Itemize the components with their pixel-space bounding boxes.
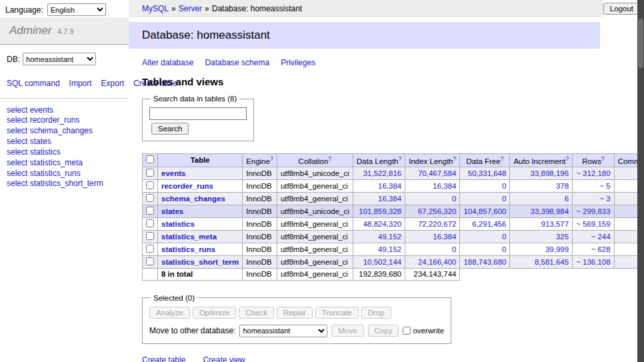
move-button[interactable]: Move xyxy=(331,325,363,337)
data-free-link[interactable]: 0 xyxy=(502,233,506,241)
auto-increment-link[interactable]: 33,898,196 xyxy=(531,169,569,177)
breadcrumb-link-mysql[interactable]: MySQL xyxy=(142,4,169,13)
help-icon[interactable]: ? xyxy=(601,155,605,162)
auto-increment-link[interactable]: 8,581,645 xyxy=(535,258,569,266)
create-view-link[interactable]: Create view xyxy=(203,355,245,362)
database-schema-link[interactable]: Database schema xyxy=(205,58,269,67)
sidebar-action-link[interactable]: Import xyxy=(69,79,92,88)
rows-count-link[interactable]: ~ 136,108 xyxy=(576,258,610,266)
row-checkbox[interactable] xyxy=(146,257,154,265)
row-checkbox[interactable] xyxy=(146,219,154,227)
scrollbar[interactable] xyxy=(637,0,644,362)
move-db-select[interactable]: homeassistant xyxy=(239,325,327,337)
sidebar-table-link[interactable]: select schema_changes xyxy=(7,126,122,137)
row-checkbox[interactable] xyxy=(146,245,154,253)
privileges-link[interactable]: Privileges xyxy=(281,58,315,67)
rows-count-link[interactable]: ~ 3 xyxy=(599,195,610,203)
row-checkbox[interactable] xyxy=(146,207,154,215)
copy-button[interactable]: Copy xyxy=(368,325,399,337)
index-length-link[interactable]: 16,384 xyxy=(433,233,456,241)
select-all-checkbox[interactable] xyxy=(146,155,154,163)
rows-count-link[interactable]: ~ 244 xyxy=(591,233,611,241)
index-length-link[interactable]: 0 xyxy=(452,195,456,203)
data-length-link[interactable]: 16,384 xyxy=(378,195,401,203)
help-icon[interactable]: ? xyxy=(453,155,457,162)
help-icon[interactable]: ? xyxy=(328,155,331,162)
rows-count-link[interactable]: ~ 312,180 xyxy=(576,169,610,177)
table-name-link[interactable]: statistics xyxy=(161,220,195,228)
data-free-link[interactable]: 6,291,456 xyxy=(472,220,506,228)
data-length-link[interactable]: 101,859,328 xyxy=(359,207,401,215)
alter-database-link[interactable]: Alter database xyxy=(142,58,193,67)
index-length-link[interactable]: 16,384 xyxy=(433,182,456,190)
adminer-logo-link[interactable]: Adminer xyxy=(9,24,51,37)
data-length-link[interactable]: 31,522,816 xyxy=(363,169,402,177)
rows-count-link[interactable]: ~ 569,159 xyxy=(576,220,610,228)
auto-increment-link[interactable]: 39,999 xyxy=(545,245,569,253)
index-length-link[interactable]: 67,256,320 xyxy=(418,207,457,215)
search-input[interactable] xyxy=(149,107,247,120)
auto-increment-link[interactable]: 33,398,984 xyxy=(531,207,569,215)
truncate-button[interactable]: Truncate xyxy=(315,307,359,319)
index-length-link[interactable]: 0 xyxy=(452,245,456,253)
scrollbar-thumb[interactable] xyxy=(638,19,643,68)
auto-increment-link[interactable]: 325 xyxy=(556,233,569,241)
create-table-link[interactable]: Create table xyxy=(142,355,185,362)
data-free-link[interactable]: 0 xyxy=(502,195,506,203)
sidebar-action-link[interactable]: Export xyxy=(101,79,125,88)
rows-count-link[interactable]: ~ 5 xyxy=(599,182,610,190)
optimize-button[interactable]: Optimize xyxy=(193,307,236,319)
table-name-link[interactable]: events xyxy=(161,169,185,177)
help-icon[interactable]: ? xyxy=(501,155,504,162)
table-name-link[interactable]: statistics_meta xyxy=(161,233,217,241)
data-free-link[interactable]: 104,857,600 xyxy=(463,207,506,215)
index-length-link[interactable]: 24,166,400 xyxy=(418,258,457,266)
rows-count-link[interactable]: ~ 628 xyxy=(591,245,611,253)
breadcrumb-link-server[interactable]: Server xyxy=(179,4,202,13)
search-button[interactable]: Search xyxy=(151,123,189,135)
sidebar-table-link[interactable]: select statistics_runs xyxy=(7,169,122,179)
help-icon[interactable]: ? xyxy=(398,155,401,162)
auto-increment-link[interactable]: 6 xyxy=(565,195,569,203)
language-select[interactable]: English xyxy=(47,3,106,16)
help-icon[interactable]: ? xyxy=(565,155,569,162)
analyze-button[interactable]: Analyze xyxy=(149,307,190,319)
row-checkbox[interactable] xyxy=(146,169,154,177)
data-length-link[interactable]: 10,502,144 xyxy=(363,258,402,266)
table-name-link[interactable]: recorder_runs xyxy=(161,182,213,190)
logout-button[interactable]: Logout xyxy=(603,3,640,15)
auto-increment-link[interactable]: 378 xyxy=(556,182,569,190)
index-length-link[interactable]: 72,220,672 xyxy=(418,220,457,228)
data-length-link[interactable]: 48,824,320 xyxy=(363,220,402,228)
data-length-link[interactable]: 49,152 xyxy=(378,245,401,253)
overwrite-checkbox[interactable] xyxy=(403,327,411,335)
index-length-link[interactable]: 70,467,584 xyxy=(418,169,457,177)
row-checkbox[interactable] xyxy=(146,232,154,240)
sidebar-table-link[interactable]: select statistics_meta xyxy=(7,158,122,169)
table-name-link[interactable]: statistics_short_term xyxy=(161,258,239,266)
rows-count-link[interactable]: ~ 299,833 xyxy=(576,207,610,215)
data-length-link[interactable]: 49,152 xyxy=(378,233,401,241)
row-checkbox[interactable] xyxy=(146,181,154,189)
check-button[interactable]: Check xyxy=(239,307,274,319)
sidebar-action-link[interactable]: SQL command xyxy=(7,79,60,88)
sidebar-table-link[interactable]: select states xyxy=(7,137,122,147)
table-name-link[interactable]: schema_changes xyxy=(161,195,225,203)
data-free-link[interactable]: 0 xyxy=(502,182,506,190)
repair-button[interactable]: Repair xyxy=(277,307,313,319)
sidebar-table-link[interactable]: select recorder_runs xyxy=(7,115,122,126)
row-checkbox[interactable] xyxy=(146,194,154,202)
data-free-link[interactable]: 50,331,648 xyxy=(468,169,507,177)
drop-button[interactable]: Drop xyxy=(361,307,391,319)
db-select[interactable]: homeassistant xyxy=(23,53,96,65)
table-name-link[interactable]: statistics_runs xyxy=(161,245,215,253)
table-name-link[interactable]: states xyxy=(161,207,183,215)
help-icon[interactable]: ? xyxy=(270,155,273,162)
auto-increment-link[interactable]: 913,577 xyxy=(541,220,569,228)
sidebar-table-link[interactable]: select statistics xyxy=(7,147,122,158)
data-free-link[interactable]: 188,743,680 xyxy=(463,258,506,266)
overwrite-label[interactable]: overwrite xyxy=(413,327,444,335)
sidebar-table-link[interactable]: select statistics_short_term xyxy=(7,179,122,189)
data-free-link[interactable]: 0 xyxy=(502,245,506,253)
data-length-link[interactable]: 16,384 xyxy=(378,182,401,190)
